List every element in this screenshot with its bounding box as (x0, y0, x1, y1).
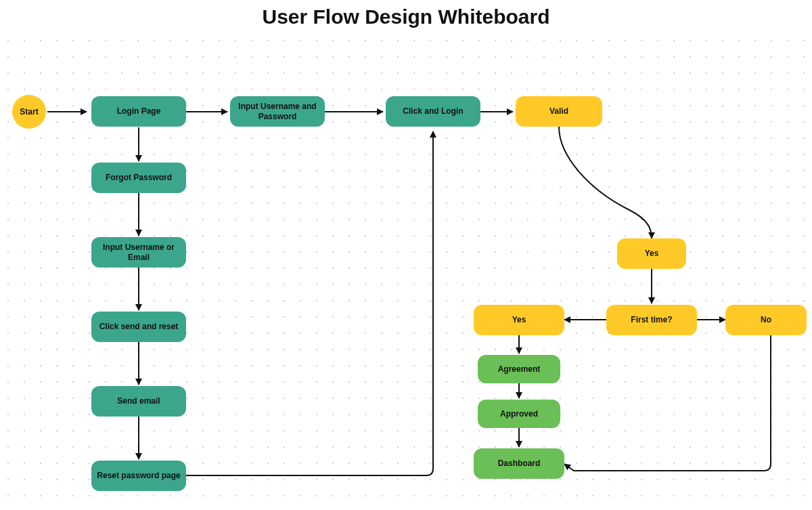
node-yes-left[interactable]: Yes (474, 305, 564, 335)
node-input-user-email-label: Input Username or Email (97, 242, 181, 262)
node-first-time[interactable]: First time? (606, 305, 697, 335)
node-forgot-password-label: Forgot Password (106, 173, 172, 182)
node-reset-password-page[interactable]: Reset password page (91, 461, 186, 491)
node-click-login[interactable]: Click and Login (386, 96, 480, 127)
node-input-user-email[interactable]: Input Username or Email (91, 237, 186, 268)
edge-no-to-dashboard (564, 335, 771, 471)
node-first-time-label: First time? (631, 315, 672, 324)
node-login-page[interactable]: Login Page (91, 96, 186, 127)
node-send-email-label: Send email (117, 396, 160, 406)
node-yes-left-label: Yes (512, 315, 526, 324)
node-yes-top-label: Yes (645, 249, 659, 258)
node-agreement[interactable]: Agreement (478, 355, 560, 383)
node-no-right-label: No (761, 315, 771, 324)
node-no-right[interactable]: No (725, 305, 807, 335)
node-start[interactable]: Start (12, 95, 46, 129)
edge-resetpage-to-clicklogin (186, 131, 433, 475)
node-valid[interactable]: Valid (516, 96, 602, 127)
node-approved[interactable]: Approved (478, 400, 560, 428)
node-agreement-label: Agreement (498, 364, 541, 374)
node-click-send-reset-label: Click send and reset (99, 322, 179, 331)
node-valid-label: Valid (549, 106, 568, 116)
page-title: User Flow Design Whiteboard (0, 5, 812, 28)
node-approved-label: Approved (500, 409, 538, 419)
node-input-user-pass-label: Input Username and Password (235, 102, 319, 121)
node-start-label: Start (20, 107, 38, 116)
node-click-send-reset[interactable]: Click send and reset (91, 312, 186, 342)
node-forgot-password[interactable]: Forgot Password (91, 163, 186, 193)
node-input-user-pass[interactable]: Input Username and Password (230, 96, 325, 127)
node-dashboard-label: Dashboard (498, 459, 541, 468)
whiteboard-canvas[interactable]: User Flow Design Whiteboard (0, 0, 812, 510)
node-yes-top[interactable]: Yes (617, 238, 686, 269)
node-click-login-label: Click and Login (403, 106, 463, 116)
node-reset-password-page-label: Reset password page (97, 471, 180, 480)
edge-valid-to-yes (559, 127, 652, 238)
node-send-email[interactable]: Send email (91, 386, 186, 417)
node-login-page-label: Login Page (117, 106, 161, 116)
node-dashboard[interactable]: Dashboard (474, 448, 564, 479)
